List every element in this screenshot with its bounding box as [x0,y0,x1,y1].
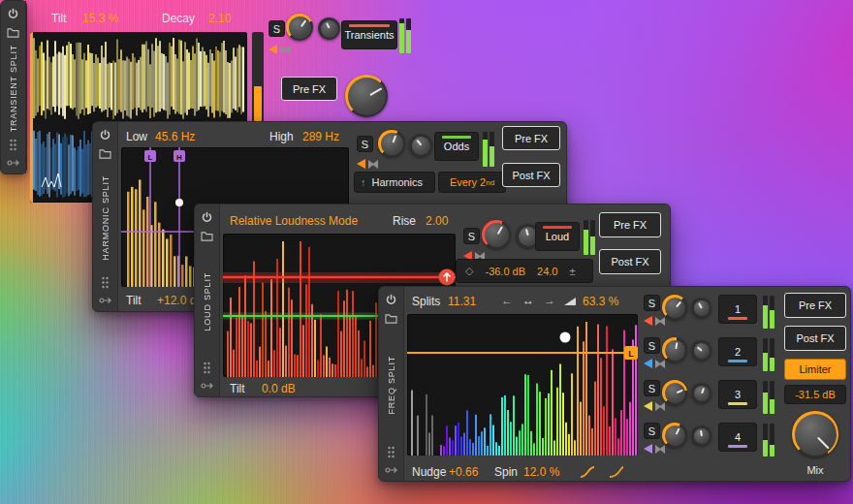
preset-folder-icon[interactable] [201,231,213,241]
harmonic-amount-knob[interactable] [378,130,405,157]
band-secondary-knob[interactable] [691,298,711,318]
post-fx-button[interactable]: Post FX [599,249,661,274]
loud-threshold-knob[interactable] [482,220,511,249]
knee-value[interactable]: 24.0 [537,266,557,277]
routing-icon[interactable] [385,465,398,475]
freq-band-row-1: S 1 [642,293,777,333]
device-strip: TRANSIENT SPLIT [1,1,26,173]
harmonics-interval-select[interactable]: Every 2nd [438,172,506,193]
threshold-diamond-icon[interactable]: ◇ [465,265,473,277]
audition-triangle-icon[interactable] [644,401,652,411]
transient-split-device: TRANSIENT SPLIT Tilt 15.3 % Decay 2.10 S… [0,0,27,174]
solo-button[interactable]: S [644,295,660,311]
routing-icon[interactable] [7,158,20,168]
solo-button[interactable]: S [357,136,373,152]
odds-band-button[interactable]: Odds [434,132,479,161]
band-3-button[interactable]: 3 [718,380,757,409]
band-2-button[interactable]: 2 [718,337,757,366]
limiter-threshold-value[interactable]: -31.5 dB [784,385,846,404]
drag-handle-icon[interactable] [387,446,395,458]
pre-fx-button[interactable]: Pre FX [599,212,661,237]
transient-secondary-knob[interactable] [318,17,340,40]
arrow-left-icon[interactable]: ← [501,294,513,307]
power-icon[interactable] [99,129,111,142]
curve-shape-icon[interactable] [609,466,624,478]
tilt-value[interactable]: 0.0 dB [262,382,296,395]
band-secondary-knob[interactable] [691,340,711,361]
band-gain-knob[interactable] [662,337,687,362]
band-gain-knob[interactable] [662,295,687,320]
audition-triangle-icon[interactable] [644,444,652,454]
slope-icon[interactable] [563,296,577,306]
loudness-mode-label[interactable]: Relative Loudness Mode [230,214,358,228]
solo-button[interactable]: S [644,380,660,396]
preset-folder-icon[interactable] [99,148,111,159]
band-secondary-knob[interactable] [691,383,711,403]
solo-button[interactable]: S [463,228,480,244]
threshold-value[interactable]: -36.0 dB [485,266,525,277]
solo-button[interactable]: S [269,20,285,37]
post-fx-button[interactable]: Post FX [784,326,846,351]
arrow-right-icon[interactable]: → [544,294,555,307]
transients-band-button[interactable]: Transients [341,20,397,49]
high-value[interactable]: 289 Hz [302,130,339,143]
power-icon[interactable] [7,8,19,20]
low-value[interactable]: 45.6 Hz [155,130,195,143]
device-strip: FREQ SPLIT [379,287,404,481]
shift-up-icon[interactable]: ↑ [361,176,366,188]
freq-split-device: FREQ SPLIT Splits 11.31 ← ↔ → 63.3 % L N… [378,286,851,482]
band-1-button[interactable]: 1 [718,295,757,324]
crossover-bowtie-icon[interactable] [655,360,665,368]
post-fx-button[interactable]: Post FX [502,163,560,187]
audition-triangle-icon[interactable] [644,316,652,326]
limiter-button[interactable]: Limiter [784,359,846,380]
crossover-bowtie-icon[interactable] [368,160,378,169]
audition-triangle-icon[interactable] [357,159,365,169]
drag-handle-icon[interactable] [203,362,211,374]
power-icon[interactable] [385,294,397,306]
pre-fx-button[interactable]: Pre FX [281,77,337,101]
transient-mix-knob[interactable] [345,75,388,117]
drag-handle-icon[interactable] [101,276,110,289]
mix-knob[interactable] [792,411,838,457]
rise-value[interactable]: 2.00 [426,214,448,228]
device-strip: HARMONIC SPLIT [93,122,118,311]
pre-fx-button[interactable]: Pre FX [502,126,560,150]
splits-value[interactable]: 11.31 [448,295,476,308]
tilt-label: Tilt [51,12,67,25]
crossover-bowtie-icon[interactable] [655,317,665,326]
plus-minus-icon[interactable]: ± [569,266,575,277]
curve-shape-icon[interactable] [580,466,595,478]
loud-band-button[interactable]: Loud [535,222,580,251]
tilt-value[interactable]: 15.3 % [82,12,118,25]
nudge-value[interactable]: +0.66 [449,465,478,479]
drag-handle-icon[interactable] [9,139,17,151]
crossover-bowtie-icon[interactable] [655,402,665,411]
harmonics-mode-box[interactable]: ↑ Harmonics [354,172,435,193]
band-color-bar [728,402,747,405]
solo-button[interactable]: S [644,337,660,354]
routing-icon[interactable] [201,381,214,391]
spin-value[interactable]: 12.0 % [523,465,559,479]
preset-folder-icon[interactable] [7,27,19,38]
band-4-button[interactable]: 4 [718,423,757,452]
arrow-both-icon[interactable]: ↔ [522,294,534,307]
device-name: HARMONIC SPLIT [101,175,111,261]
routing-icon[interactable] [99,296,112,305]
power-icon[interactable] [201,211,213,224]
preset-folder-icon[interactable] [385,313,397,324]
crossover-bowtie-icon[interactable] [655,445,665,454]
pre-fx-button[interactable]: Pre FX [784,293,846,318]
decay-value[interactable]: 2.10 [208,12,231,25]
transient-amount-knob[interactable] [286,14,313,41]
band-gain-knob[interactable] [662,423,687,448]
harmonic-secondary-knob[interactable] [409,134,432,157]
solo-button[interactable]: S [644,423,660,439]
freq-spectrum-display[interactable]: L [407,314,638,456]
band-secondary-knob[interactable] [691,425,711,446]
level-meter [483,132,494,167]
slope-percent-value[interactable]: 63.3 % [583,295,618,308]
band-color-bar [728,360,747,362]
audition-triangle-icon[interactable] [644,359,652,368]
band-gain-knob[interactable] [662,380,687,405]
